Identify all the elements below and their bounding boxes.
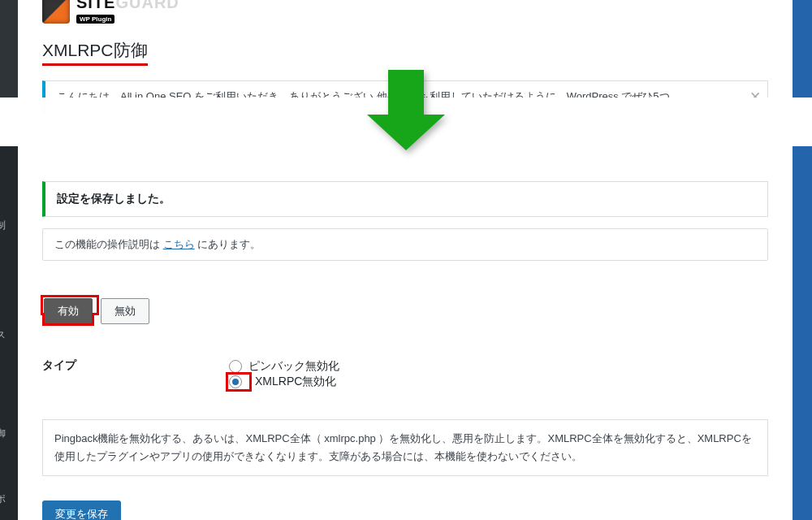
radio-label-pingback: ピンバック無効化 <box>248 359 339 374</box>
saved-notice-text: 設定を保存しました。 <box>57 192 171 205</box>
radio-icon[interactable] <box>229 360 242 373</box>
sidebar-frag-c: 御 <box>0 427 6 440</box>
explain-box: この機能の操作説明は こちら にあります。 <box>42 228 768 261</box>
highlight-box-enable: 有効 <box>42 297 97 314</box>
radio-icon[interactable] <box>229 375 242 388</box>
right-accent-bar <box>793 0 812 520</box>
explain-suffix: にあります。 <box>195 238 261 250</box>
sidebar-frag-a: 制 <box>0 219 6 232</box>
explain-prefix: この機能の操作説明は <box>54 238 163 250</box>
sidebar-frag-d: ポ <box>0 492 6 506</box>
radio-label-xmlrpc: XMLRPC無効化 <box>255 375 336 389</box>
sidebar-active-notch <box>18 159 26 176</box>
explain-link[interactable]: こちら <box>163 238 195 250</box>
green-arrow-icon <box>367 70 445 150</box>
plugin-name: SITEGUARD <box>76 0 179 10</box>
plugin-subtitle: WP Plugin <box>76 15 114 24</box>
toggle-on-button[interactable]: 有効 <box>44 298 93 324</box>
page-title: XMLRPC防御 <box>42 39 148 66</box>
sidebar-frag-b: ス <box>0 328 6 342</box>
radio-row-pingback[interactable]: ピンバック無効化 <box>229 359 768 374</box>
type-label: タイプ <box>42 353 229 395</box>
siteguard-logo-icon <box>42 0 70 24</box>
plugin-header: SITEGUARD WP Plugin <box>42 0 768 24</box>
toggle-off-button[interactable]: 無効 <box>101 298 149 324</box>
highlight-box-radio <box>229 375 248 388</box>
save-button[interactable]: 変更を保存 <box>42 500 121 520</box>
feature-description: Pingback機能を無効化する、あるいは、XMLRPC全体（ xmlrpc.p… <box>42 419 768 476</box>
radio-row-xmlrpc[interactable]: XMLRPC無効化 <box>229 375 768 389</box>
saved-notice: 設定を保存しました。 <box>42 181 768 217</box>
